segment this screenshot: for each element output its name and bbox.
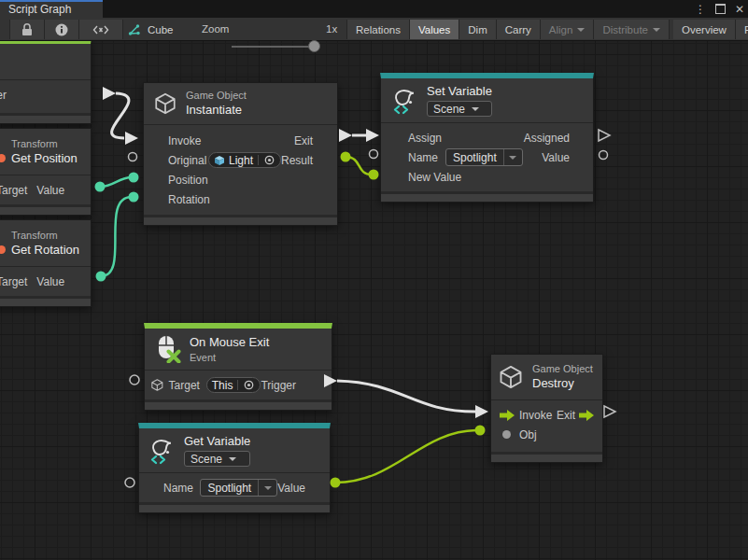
- prefab-cube-icon: [214, 155, 225, 166]
- node-destroy[interactable]: Game Object Destroy Invoke Exit: [490, 354, 603, 463]
- variable-name-value: Spotlight: [201, 480, 258, 496]
- variable-name-value: Spotlight: [446, 149, 503, 165]
- node-on-mouse-exit[interactable]: On Mouse Exit Event Target This: [144, 323, 332, 411]
- object-picker-icon[interactable]: [263, 154, 275, 166]
- object-field-value: This: [212, 379, 233, 392]
- chevron-down-icon: [577, 28, 585, 32]
- chevron-down-icon: [472, 107, 479, 111]
- port-label-target: Target: [0, 184, 27, 197]
- node-subtitle: Event: [190, 352, 269, 363]
- variable-scope-dropdown[interactable]: Scene: [184, 451, 250, 467]
- node-title: Get Variable: [184, 434, 250, 449]
- align-button[interactable]: Align: [541, 20, 595, 39]
- port-invoke-arrow-icon[interactable]: [500, 409, 515, 422]
- port-label-result: Result: [281, 154, 313, 167]
- gameobject-cube-icon: [153, 91, 177, 116]
- tab-title: Script Graph: [8, 3, 71, 16]
- values-button[interactable]: Values: [410, 20, 459, 39]
- variable-name-dropdown[interactable]: Spotlight: [200, 479, 277, 497]
- node-title: Get Rotation: [11, 243, 79, 258]
- chevron-down-icon: [264, 486, 272, 490]
- mouse-exit-icon: [153, 335, 181, 363]
- node-footer: [381, 191, 593, 202]
- node-title: Destroy: [532, 376, 593, 391]
- relations-button[interactable]: Relations: [346, 20, 410, 39]
- clipped-event-header: [0, 44, 91, 79]
- node-get-rotation[interactable]: Transform Get Rotation Target Value: [0, 219, 92, 307]
- zoom-value: 1x: [326, 23, 337, 35]
- info-button[interactable]: [45, 20, 79, 39]
- node-title: Set Variable: [427, 84, 492, 99]
- overview-button[interactable]: Overview: [673, 20, 736, 39]
- transform-icon: [0, 245, 6, 254]
- port-exit-arrow-icon[interactable]: [579, 409, 594, 422]
- script-graph-window: Trigger Transform Get Position Target Va…: [0, 0, 748, 560]
- node-footer: [139, 502, 330, 512]
- code-icon: [92, 21, 109, 38]
- variable-icon: [390, 87, 418, 115]
- node-category: Transform: [11, 138, 78, 149]
- graph-toolbar: Cube Zoom 1x Relations Values Dim Carry …: [0, 18, 748, 41]
- port-label-invoke: Invoke: [519, 409, 552, 422]
- tab-bar: Script Graph ⋮ ✕: [0, 0, 748, 18]
- lock-button[interactable]: [9, 20, 45, 39]
- port-label-target: Target: [169, 379, 200, 392]
- object-field-light[interactable]: Light: [208, 152, 281, 168]
- distribute-button[interactable]: Distribute: [594, 20, 670, 39]
- clipped-event-trigger-label: Trigger: [0, 89, 7, 102]
- node-clipped-event[interactable]: Trigger: [0, 38, 92, 124]
- zoom-slider-track[interactable]: [232, 46, 318, 48]
- port-label-invoke: Invoke: [168, 134, 201, 147]
- variable-scope-dropdown[interactable]: Scene: [427, 101, 492, 117]
- node-get-position[interactable]: Transform Get Position Target Value: [0, 128, 92, 216]
- node-footer: [491, 452, 602, 462]
- port-label-assigned: Assigned: [524, 132, 570, 145]
- object-picker-icon[interactable]: [243, 379, 255, 391]
- port-label-assign: Assign: [408, 132, 442, 145]
- gameobject-cube-icon: [498, 364, 524, 390]
- window-maximize-icon[interactable]: [715, 4, 726, 14]
- tab-script-graph[interactable]: Script Graph: [0, 0, 103, 18]
- lock-icon: [19, 21, 35, 38]
- dim-button[interactable]: Dim: [459, 20, 496, 39]
- variable-scope-value: Scene: [433, 103, 465, 116]
- port-label-value: Value: [36, 275, 64, 288]
- port-label-trigger: Trigger: [261, 379, 296, 392]
- chevron-down-icon: [229, 457, 236, 461]
- node-footer: [144, 215, 337, 225]
- node-footer: [0, 113, 91, 123]
- code-preview-button[interactable]: [79, 20, 123, 39]
- graph-canvas[interactable]: [0, 41, 748, 560]
- node-title: Instantiate: [186, 103, 247, 118]
- port-label-value: Value: [36, 184, 64, 197]
- carry-button[interactable]: Carry: [497, 20, 541, 39]
- node-get-variable[interactable]: Get Variable Scene Name Spotlight Value: [138, 423, 331, 513]
- port-label-new-value: New Value: [408, 171, 461, 184]
- node-footer: [0, 296, 91, 306]
- port-label-exit: Exit: [294, 134, 313, 147]
- node-title: On Mouse Exit: [190, 335, 269, 350]
- info-icon: [53, 21, 70, 38]
- node-category: Transform: [11, 230, 79, 241]
- zoom-slider-knob[interactable]: [308, 40, 320, 52]
- window-close-icon[interactable]: ✕: [735, 4, 744, 15]
- object-field-this[interactable]: This: [206, 377, 261, 393]
- port-label-original: Original: [168, 154, 206, 167]
- object-field-value: Light: [229, 154, 253, 167]
- variable-name-dropdown[interactable]: Spotlight: [445, 148, 523, 166]
- port-label-name: Name: [408, 151, 438, 164]
- port-label-rotation: Rotation: [168, 193, 210, 206]
- graph-icon: [127, 22, 142, 37]
- node-set-variable[interactable]: Set Variable Scene Assign Assigned Name …: [380, 73, 594, 203]
- port-label-obj: Obj: [519, 428, 537, 441]
- port-label-value: Value: [542, 151, 570, 164]
- port-obj-dot[interactable]: [502, 430, 511, 439]
- breadcrumb[interactable]: Cube: [127, 20, 174, 39]
- window-menu-icon[interactable]: ⋮: [695, 4, 706, 15]
- node-category: Game Object: [186, 90, 247, 101]
- port-label-position: Position: [168, 174, 208, 187]
- fullscreen-button[interactable]: Full Screen: [736, 20, 748, 39]
- transform-icon: [0, 154, 6, 162]
- node-instantiate[interactable]: Game Object Instantiate Invoke Exit Orig…: [143, 82, 338, 226]
- gameobject-cube-icon: [150, 378, 164, 392]
